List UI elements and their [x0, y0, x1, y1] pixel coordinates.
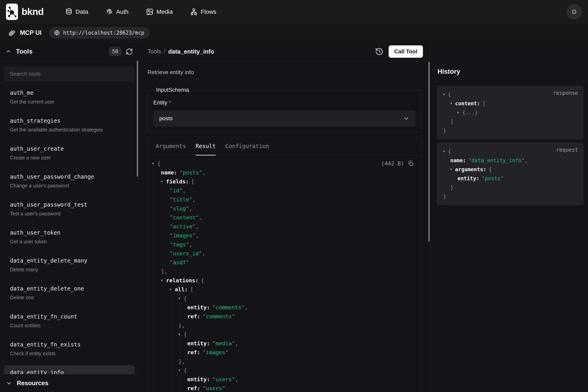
json-punctuation: {	[184, 295, 187, 302]
json-punctuation: [	[190, 286, 194, 292]
collapse-toggle-icon[interactable]: ▼	[443, 150, 448, 153]
json-punctuation: ]	[450, 118, 453, 124]
tool-item-auth_user_password_test[interactable]: auth_user_password_testTest a user's pas…	[4, 198, 135, 220]
chevron-up-icon[interactable]	[5, 48, 11, 54]
quote: "	[225, 349, 228, 356]
tools-section-title: Tools	[16, 48, 32, 55]
collapse-toggle-icon[interactable]: ▼	[443, 92, 448, 96]
indent-guide	[444, 183, 445, 192]
nav-item-data[interactable]: Data	[65, 8, 88, 16]
json-string-value: users	[215, 376, 232, 382]
tool-item-auth_user_token[interactable]: auth_user_tokenGet a user token	[4, 225, 135, 248]
main-scrollbar[interactable]	[428, 62, 430, 242]
call-tool-button[interactable]: Call Tool	[389, 45, 423, 58]
json-punctuation: [	[482, 100, 486, 106]
tool-name: auth_user_create	[10, 146, 129, 152]
indent-guide	[171, 357, 171, 366]
json-punctuation: {	[184, 331, 187, 338]
tool-item-data_entity_info[interactable]: data_entity_infoRetrieve entity info	[4, 365, 135, 374]
avatar[interactable]: D	[567, 4, 582, 20]
nav-item-media[interactable]: Media	[146, 8, 173, 16]
json-line: "tags",	[148, 240, 414, 249]
tool-name: data_entity_fn_count	[10, 313, 129, 320]
indent-guide	[154, 303, 154, 312]
indent-guide	[180, 348, 180, 357]
collapse-toggle-icon[interactable]: ▼	[152, 162, 157, 166]
json-line: name:"data_entity_info",	[442, 156, 578, 165]
globe-icon	[54, 30, 60, 36]
indent-guide	[162, 384, 163, 392]
refresh-tools-button[interactable]	[126, 48, 133, 55]
tab-result[interactable]: Result	[196, 137, 216, 155]
json-comma: ,	[196, 232, 199, 238]
json-line: ▶{...}	[442, 108, 578, 117]
tool-item-data_entity_fn_count[interactable]: data_entity_fn_countCount entities	[4, 309, 135, 332]
nav-item-flows[interactable]: Flows	[190, 8, 216, 16]
indent-guide	[171, 312, 171, 321]
indent-guide	[444, 156, 445, 165]
search-input[interactable]: Search tools	[4, 66, 135, 82]
breadcrumb-tools[interactable]: Tools	[148, 48, 161, 55]
tool-name: data_entity_info	[10, 369, 129, 374]
expand-toggle-icon[interactable]: ▶	[457, 110, 462, 114]
collapse-toggle-icon[interactable]: ▼	[179, 332, 184, 336]
history-button[interactable]	[375, 47, 384, 56]
tool-item-auth_user_password_change[interactable]: auth_user_password_changeChange a user's…	[4, 170, 135, 192]
fingerprint-icon	[106, 8, 113, 16]
json-comma: ,	[189, 206, 193, 212]
json-string-value: users_id	[173, 250, 199, 256]
server-url[interactable]: http://localhost:28623/mcp	[49, 27, 150, 38]
collapse-toggle-icon[interactable]: ▼	[450, 168, 455, 171]
tool-item-data_entity_delete_one[interactable]: data_entity_delete_oneDelete one	[4, 281, 135, 304]
tool-item-data_entity_delete_many[interactable]: data_entity_delete_manyDelete many	[4, 253, 135, 276]
json-string-value: images	[206, 349, 225, 356]
quote: "	[501, 176, 504, 182]
indent-guide	[171, 375, 171, 384]
collapse-toggle-icon[interactable]: ▼	[179, 296, 184, 300]
json-key: all:	[175, 286, 188, 292]
collapse-toggle-icon[interactable]: ▼	[450, 102, 455, 105]
json-punctuation: {	[448, 92, 451, 98]
indent-guide	[171, 384, 171, 392]
indent-guide	[171, 303, 171, 312]
database-icon	[65, 8, 72, 16]
json-punctuation: }	[443, 128, 446, 134]
history-card-request[interactable]: request▼{name:"data_entity_info",▼argume…	[437, 142, 584, 205]
quote: "	[202, 349, 206, 356]
tool-description: Delete one	[10, 294, 129, 300]
tool-item-auth_me[interactable]: auth_meGet the current user	[4, 86, 135, 109]
json-line: ▼{	[148, 159, 414, 168]
sidebar-scrollbar[interactable]	[137, 61, 138, 176]
json-key: ref:	[187, 313, 200, 320]
tab-configuration[interactable]: Configuration	[225, 137, 269, 155]
tab-arguments[interactable]: Arguments	[156, 137, 186, 155]
quote: "	[241, 304, 245, 310]
quote: "	[193, 223, 196, 230]
json-comma: ,	[182, 322, 185, 328]
collapse-toggle-icon[interactable]: ▼	[179, 368, 184, 372]
quote: "	[186, 259, 189, 266]
collapse-toggle-icon[interactable]: ▼	[161, 180, 166, 184]
entity-select[interactable]: posts	[153, 110, 415, 127]
tool-name: auth_user_token	[10, 229, 129, 236]
tab-bar: ArgumentsResultConfiguration	[148, 137, 421, 156]
tool-item-data_entity_fn_exists[interactable]: data_entity_fn_existsCheck if entity exi…	[4, 337, 135, 360]
quote: "	[180, 188, 183, 194]
indent-guide	[154, 330, 154, 339]
collapse-toggle-icon[interactable]: ▼	[161, 278, 166, 282]
json-punctuation: {	[448, 148, 451, 154]
tool-name: auth_user_password_change	[10, 174, 129, 180]
indent-guide	[162, 339, 163, 348]
quote: "	[170, 241, 173, 248]
collapse-toggle-icon[interactable]: ▼	[170, 288, 175, 291]
json-punctuation: }	[443, 194, 446, 200]
nav-item-auth[interactable]: Auth	[106, 8, 129, 16]
json-string-value: content	[173, 214, 196, 220]
input-schema-fieldset: InputSchema Entity * posts	[148, 87, 421, 132]
brand-logo[interactable]: bknd	[6, 4, 44, 20]
tool-item-auth_strategies[interactable]: auth_strategiesGet the available authent…	[4, 114, 135, 137]
indent-guide	[162, 366, 163, 375]
resources-section-header[interactable]: Resources	[0, 374, 139, 392]
tool-item-auth_user_create[interactable]: auth_user_createCreate a new user	[4, 142, 135, 165]
history-card-response[interactable]: response▼{▼content:[▶{...}]}	[437, 86, 584, 139]
